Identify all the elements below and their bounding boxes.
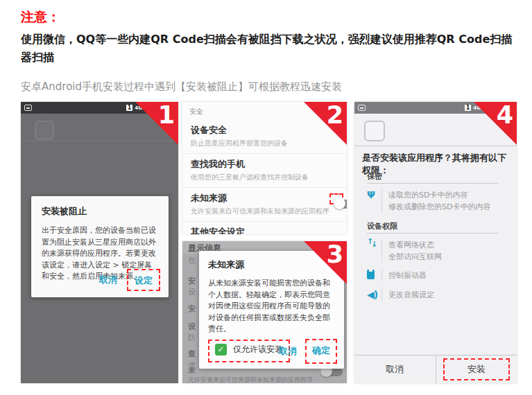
audio-icon: ◀) xyxy=(367,289,382,301)
settings-item-other-security[interactable]: 其他安全设定 更改安全更新和证书存储等其他安全设定 xyxy=(182,222,347,234)
divider xyxy=(367,233,499,234)
notification-icon xyxy=(358,105,366,111)
cancel-button[interactable]: 取消 xyxy=(354,356,436,383)
notification-icon xyxy=(24,105,32,111)
highlight-box: ✓ 仅允许该安装 xyxy=(208,340,290,362)
screenshot-step3: 显示信息 在 安 设 安 设 防 查 使 未 允许安装来自可信来源和未知来源的应… xyxy=(182,241,347,383)
screenshot-step1: 1 4G 7 安装被阻止 出于安全原因，您的设备当前已设置为阻止安装从三星应用商… xyxy=(21,102,178,383)
dimmed-text: 未 xyxy=(188,365,196,376)
permission-row-network: ↑↓ 查看网络状态 全部访问互联网 xyxy=(367,239,442,263)
checkbox-label: 仅允许该安装 xyxy=(233,344,283,356)
permission-row-sdcard: Ψ 读取您的SD卡中的内容 修改或删除您的SD卡中的内容 xyxy=(367,189,490,213)
install-question-title: 是否安装该应用程序？其将拥有以下权限： xyxy=(362,152,511,177)
tutorial-page: 注意： 使用微信，QQ等一些内建QR Code扫描会有被阻挡下载之状况，强烈建议… xyxy=(0,0,532,395)
divider xyxy=(354,146,517,146)
dimmed-text: 防 xyxy=(188,333,196,343)
highlight-box: 设定 xyxy=(127,269,160,291)
page-subtitle: 安卓Android手机安装过程中遇到【安装被阻止】可根据教程迅速安装 xyxy=(21,80,517,94)
network-arrows-icon: ↑↓ xyxy=(367,239,382,263)
step-badge-1: 1 xyxy=(135,102,178,145)
notification-count-badge: 1 xyxy=(126,105,133,111)
section-header-device-permissions: 设备权限 xyxy=(367,221,397,231)
notification-count-badge: 1 xyxy=(465,105,472,111)
settings-item-find-my-phone[interactable]: 查找我的手机 使用您的三星账户远程查找并控制设备 xyxy=(182,154,347,188)
cancel-button[interactable]: 取消 xyxy=(279,345,297,358)
app-icon-placeholder xyxy=(35,121,54,140)
usb-icon: Ψ xyxy=(367,189,382,213)
app-icon-placeholder xyxy=(364,121,385,141)
step-badge-2: 2 xyxy=(304,102,347,145)
dimmed-text: 安 xyxy=(188,304,196,314)
notice-title: 注意： xyxy=(21,8,60,26)
permission-row-vibrate: 控制振动器 xyxy=(367,270,427,281)
dimmed-text: 允许安装来自可信来源和未知来源的应用程序 xyxy=(188,376,313,383)
highlight-box: 安装 xyxy=(443,358,510,380)
dimmed-text: 查 xyxy=(188,349,196,359)
screenshot-step4: 1 4G 7 是否安装该应用程序？其将拥有以下权限： 保密 Ψ 读取您的SD卡中… xyxy=(354,102,517,383)
permission-row-audio: ◀) 更改音频设定 xyxy=(367,289,434,301)
checkbox-checked-icon[interactable]: ✓ xyxy=(215,344,227,356)
cancel-button[interactable]: 取消 xyxy=(99,274,117,286)
dialog-title: 安装被阻止 xyxy=(42,205,158,218)
step-badge-3: 3 xyxy=(304,241,347,284)
section-header-privacy: 保密 xyxy=(367,171,382,182)
vibrate-icon xyxy=(367,270,382,281)
install-button[interactable]: 安装 xyxy=(467,364,486,374)
dimmed-text: 安 xyxy=(188,276,196,286)
highlight-box: 确定 xyxy=(305,339,337,364)
dimmed-text: 设 xyxy=(188,287,196,297)
settings-item-unknown-sources[interactable]: 未知来源 允许安装来自可信来源和未知来源的应用程序 xyxy=(182,188,347,222)
settings-button[interactable]: 设定 xyxy=(135,275,153,286)
ok-button[interactable]: 确定 xyxy=(312,345,330,356)
notice-body: 使用微信，QQ等一些内建QR Code扫描会有被阻挡下载之状况，强烈建议使用推荐… xyxy=(21,30,517,67)
divider xyxy=(367,183,499,184)
screenshot-step2: 安全 设备安全 防止恶意应用程序损害您的设备 查找我的手机 使用您的三星账户远程… xyxy=(182,102,347,234)
install-blocked-dialog: 安装被阻止 出于安全原因，您的设备当前已设置为阻止安装从三星应用商店以外的来源获… xyxy=(31,196,169,297)
step-badge-4: 4 xyxy=(474,102,517,145)
dialog-body: 从未知来源安装可能损害您的设备和个人数据。轻敲确定，即表示您同意对因使用这些应用… xyxy=(208,278,335,335)
dimmed-text: 在 xyxy=(188,255,196,265)
installer-button-bar: 取消 安装 xyxy=(354,355,517,383)
dimmed-text: 设 xyxy=(188,322,196,332)
highlight-box xyxy=(329,193,343,204)
